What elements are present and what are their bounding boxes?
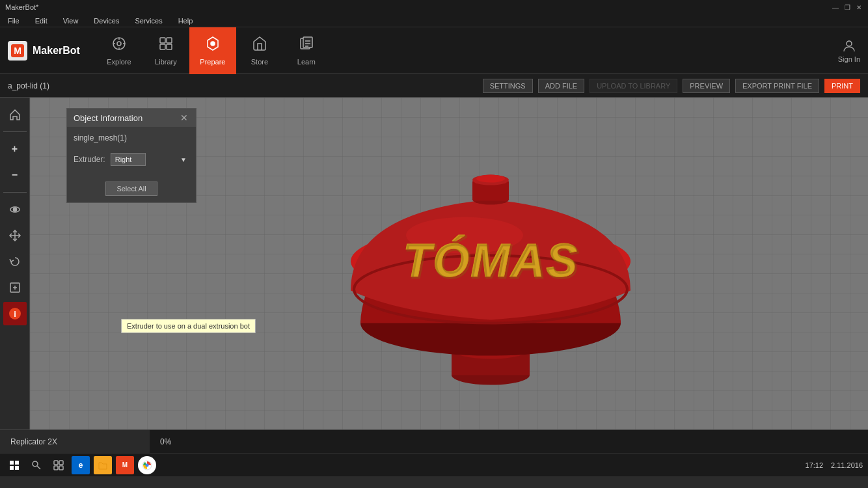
eye-icon: [8, 203, 21, 216]
tool-move[interactable]: [3, 224, 27, 247]
status-bar: Replicator 2X 0%: [0, 429, 868, 453]
svg-rect-42: [15, 461, 19, 465]
scale-icon: [8, 281, 21, 294]
svg-text:TÓMAS: TÓMAS: [404, 236, 580, 288]
tool-zoom-plus[interactable]: +: [3, 137, 27, 161]
nav-explore-label: Explore: [107, 58, 131, 66]
nav-library-label: Library: [155, 58, 177, 66]
signin-area[interactable]: Sign In: [838, 38, 860, 63]
taskbar-ie[interactable]: e: [72, 456, 90, 474]
panel-close-button[interactable]: ✕: [179, 113, 189, 123]
taskbar-makerbot[interactable]: M: [116, 456, 134, 474]
folder-icon: [98, 460, 108, 470]
tooltip-text: Extruder to use on a dual extrusion bot: [127, 322, 250, 330]
taskbar-date: 2.11.2016: [831, 461, 863, 469]
title-bar-left: MakerBot*: [5, 3, 38, 11]
left-sidebar: + −: [0, 98, 30, 429]
extruder-row: Extruder: Right Left ▼: [74, 153, 189, 166]
search-taskbar-button[interactable]: [27, 456, 46, 474]
extruder-select[interactable]: Right Left: [111, 153, 146, 166]
menu-services[interactable]: Services: [132, 16, 165, 26]
explore-icon: [111, 36, 127, 55]
windows-taskbar: e M 17:12 2.11.2016: [0, 453, 868, 476]
add-file-button[interactable]: ADD FILE: [538, 79, 585, 93]
extruder-select-wrapper: Right Left ▼: [111, 153, 189, 166]
close-button[interactable]: ✕: [855, 3, 863, 11]
canvas-area[interactable]: Object Information ✕ single_mesh(1) Extr…: [30, 98, 868, 429]
menu-bar: File Edit View Devices Services Help: [0, 14, 868, 27]
tool-rotate[interactable]: [3, 250, 27, 273]
extruder-tooltip: Extruder to use on a dual extrusion bot: [121, 319, 256, 333]
tool-scale[interactable]: [3, 276, 27, 299]
svg-point-18: [847, 41, 852, 46]
status-printer: Replicator 2X: [0, 430, 150, 453]
svg-rect-49: [54, 466, 58, 470]
signin-label: Sign In: [838, 55, 860, 63]
nav-learn[interactable]: Learn: [283, 27, 330, 74]
pot-lid-svg: TÓMAS TÓMAS: [334, 122, 647, 395]
svg-point-40: [476, 175, 505, 183]
start-button[interactable]: [5, 456, 23, 474]
nav-library[interactable]: Library: [142, 27, 189, 74]
export-button[interactable]: EXPORT PRINT FILE: [735, 79, 819, 93]
title-bar: MakerBot* — ❐ ✕: [0, 0, 868, 14]
settings-button[interactable]: SETTINGS: [483, 79, 533, 93]
title-bar-controls[interactable]: — ❐ ✕: [832, 3, 863, 11]
menu-view[interactable]: View: [61, 16, 81, 26]
chrome-icon: [142, 460, 152, 470]
svg-rect-10: [160, 44, 165, 49]
svg-rect-47: [54, 461, 58, 465]
taskbar-left: e M: [5, 456, 156, 474]
minimize-button[interactable]: —: [832, 3, 839, 11]
logo-icon: M: [8, 41, 27, 61]
svg-rect-8: [160, 38, 165, 43]
app-title: MakerBot*: [5, 3, 38, 11]
svg-point-52: [146, 463, 149, 467]
taskbar-right: 17:12 2.11.2016: [806, 461, 863, 469]
preview-button[interactable]: PREVIEW: [683, 79, 730, 93]
svg-rect-9: [167, 38, 172, 43]
svg-point-12: [211, 42, 215, 46]
nav-store[interactable]: Store: [236, 27, 283, 74]
maximize-button[interactable]: ❐: [843, 3, 851, 11]
svg-rect-48: [59, 461, 63, 465]
svg-text:M: M: [14, 46, 21, 56]
svg-line-46: [37, 466, 40, 469]
secondary-toolbar: a_pot-lid (1) SETTINGS ADD FILE UPLOAD T…: [0, 74, 868, 98]
svg-rect-41: [10, 461, 14, 465]
nav-learn-label: Learn: [297, 58, 316, 66]
taskbar-explorer[interactable]: [94, 456, 112, 474]
svg-rect-11: [167, 44, 172, 49]
svg-point-45: [33, 461, 38, 467]
tool-zoom-minus[interactable]: −: [3, 163, 27, 187]
store-icon: [252, 36, 267, 55]
panel-title: Object Information: [74, 113, 142, 123]
svg-point-3: [117, 42, 121, 46]
svg-text:i: i: [14, 309, 16, 319]
nav-store-label: Store: [251, 58, 268, 66]
tool-eye[interactable]: [3, 198, 27, 221]
printer-name: Replicator 2X: [10, 437, 57, 446]
logo-area: M MakerBot: [8, 41, 80, 61]
mesh-name: single_mesh(1): [74, 133, 189, 142]
menu-help[interactable]: Help: [176, 16, 196, 26]
zoom-plus-icon: +: [12, 143, 18, 155]
nav-explore[interactable]: Explore: [96, 27, 142, 74]
svg-rect-44: [15, 466, 19, 470]
panel-header: Object Information ✕: [67, 109, 196, 127]
tool-info[interactable]: i: [3, 302, 27, 325]
task-view-button[interactable]: [49, 456, 68, 474]
panel-body: single_mesh(1) Extruder: Right Left ▼ Se…: [67, 127, 196, 202]
learn-icon: [299, 36, 314, 55]
print-button[interactable]: PRINT: [824, 79, 860, 93]
menu-file[interactable]: File: [5, 16, 22, 26]
tool-home[interactable]: [3, 103, 27, 126]
taskbar-chrome[interactable]: [138, 456, 156, 474]
info-icon: i: [8, 307, 21, 320]
menu-devices[interactable]: Devices: [91, 16, 122, 26]
library-icon: [158, 36, 174, 55]
nav-prepare[interactable]: Prepare: [189, 27, 236, 74]
file-name: a_pot-lid (1): [8, 81, 49, 90]
menu-edit[interactable]: Edit: [33, 16, 50, 26]
select-all-button[interactable]: Select All: [105, 182, 157, 196]
